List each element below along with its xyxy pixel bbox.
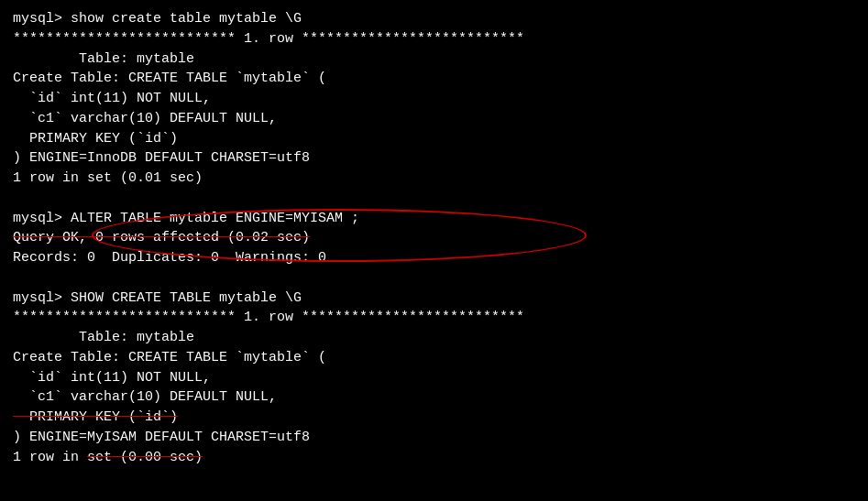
- line-show: mysql> SHOW CREATE TABLE mytable \G: [13, 289, 855, 309]
- line-blank-1: [13, 189, 855, 209]
- line-8: ) ENGINE=InnoDB DEFAULT CHARSET=utf8: [13, 148, 855, 169]
- line-4: Create Table: CREATE TABLE `mytable` (: [13, 69, 855, 89]
- line-7: PRIMARY KEY (`id`): [13, 129, 855, 149]
- line-9: 1 row in set (0.01 sec): [13, 169, 855, 189]
- line-2: *************************** 1. row *****…: [13, 29, 855, 49]
- strike-pk: PRIMARY KEY (`id`): [13, 409, 178, 425]
- line-c12: `c1` varchar(10) DEFAULT NULL,: [13, 387, 855, 408]
- line-6: `c1` varchar(10) DEFAULT NULL,: [13, 109, 855, 129]
- line-5: `id` int(11) NOT NULL,: [13, 89, 855, 109]
- line-table2: Table: mytable: [13, 328, 855, 348]
- strike-set: set (0.00 sec): [87, 450, 203, 465]
- line-3: Table: mytable: [13, 49, 855, 70]
- line-create2: Create Table: CREATE TABLE `mytable` (: [13, 348, 855, 368]
- line-sep2: *************************** 1. row *****…: [13, 308, 855, 328]
- line-query-ok: Query OK, 0 rows affected (0.02 sec): [13, 228, 855, 248]
- line-id2: `id` int(11) NOT NULL,: [13, 368, 855, 388]
- line-1: mysql> show create table mytable \G: [13, 9, 855, 29]
- strike-text: Query OK, 0 rows affected (0.02 sec): [13, 230, 310, 245]
- line-engine2: ) ENGINE=MyISAM DEFAULT CHARSET=utf8: [13, 428, 855, 448]
- line-records: Records: 0 Duplicates: 0 Warnings: 0: [13, 248, 855, 268]
- line-alter: mysql> ALTER TABLE mytable ENGINE=MYISAM…: [13, 209, 855, 229]
- terminal: mysql> show create table mytable \G ****…: [13, 9, 855, 492]
- line-rowcount2: 1 row in set (0.00 sec): [13, 448, 855, 468]
- line-pk2: PRIMARY KEY (`id`): [13, 408, 855, 428]
- line-blank-2: [13, 268, 855, 289]
